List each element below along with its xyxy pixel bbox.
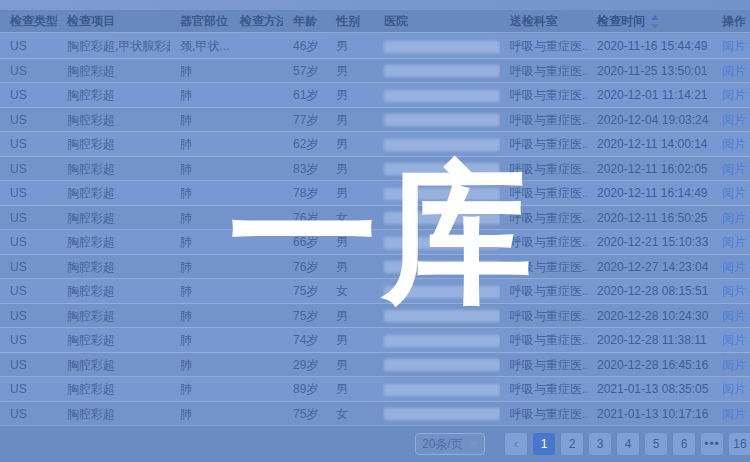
cell-hospital xyxy=(374,59,500,83)
prev-page-button[interactable]: ‹ xyxy=(505,433,527,455)
view-images-link[interactable]: 阅片 xyxy=(722,113,746,127)
page-button-1[interactable]: 1 xyxy=(533,433,555,455)
cell-action: 阅片 xyxy=(712,402,750,426)
cell-action: 阅片 xyxy=(712,181,750,205)
table-row: US胸腔彩超肺78岁男呼吸与重症医...2020-12-11 16:14:49阅… xyxy=(0,181,750,206)
cell-organ: 肺 xyxy=(170,108,230,132)
cell-exam-type: US xyxy=(0,132,57,156)
cell-exam-time: 2020-11-16 15:44:49 xyxy=(587,34,712,58)
cell-gender: 男 xyxy=(326,132,374,156)
redacted-hospital-name xyxy=(384,261,500,273)
cell-exam-item: 胸腔彩超 xyxy=(57,255,170,279)
view-images-link[interactable]: 阅片 xyxy=(722,64,746,78)
cell-department: 呼吸与重症医... xyxy=(500,377,587,401)
page-button-3[interactable]: 3 xyxy=(589,433,611,455)
cell-organ: 肺 xyxy=(170,157,230,181)
cell-hospital xyxy=(374,34,500,58)
cell-organ: 肺 xyxy=(170,353,230,377)
cell-exam-time: 2020-12-04 19:03:24 xyxy=(587,108,712,132)
view-images-link[interactable]: 阅片 xyxy=(722,39,746,53)
cell-action: 阅片 xyxy=(712,59,750,83)
redacted-hospital-name xyxy=(384,65,500,77)
cell-method xyxy=(230,108,283,132)
cell-organ: 颈,甲状... xyxy=(170,34,230,58)
view-images-link[interactable]: 阅片 xyxy=(722,309,746,323)
cell-organ: 肺 xyxy=(170,377,230,401)
view-images-link[interactable]: 阅片 xyxy=(722,88,746,102)
cell-age: 75岁 xyxy=(283,279,326,303)
cell-department: 呼吸与重症医... xyxy=(500,157,587,181)
sort-ascending-icon[interactable] xyxy=(649,15,659,29)
cell-exam-item: 胸腔彩超,甲状腺彩超 xyxy=(57,34,170,58)
cell-exam-time: 2020-12-11 16:50:25 xyxy=(587,206,712,230)
cell-organ: 肺 xyxy=(170,255,230,279)
view-images-link[interactable]: 阅片 xyxy=(722,137,746,151)
cell-hospital xyxy=(374,353,500,377)
cell-age: 66岁 xyxy=(283,230,326,254)
cell-exam-time: 2020-12-11 16:14:49 xyxy=(587,181,712,205)
view-images-link[interactable]: 阅片 xyxy=(722,260,746,274)
cell-hospital xyxy=(374,83,500,107)
redacted-hospital-name xyxy=(384,90,500,102)
page-size-select[interactable]: 20条/页 xyxy=(415,433,485,455)
col-header-gender: 性别 xyxy=(326,10,374,33)
cell-action: 阅片 xyxy=(712,230,750,254)
col-header-exam-item: 检查项目 xyxy=(57,10,170,33)
cell-method xyxy=(230,328,283,352)
cell-method xyxy=(230,34,283,58)
view-images-link[interactable]: 阅片 xyxy=(722,235,746,249)
more-pages-button[interactable]: ••• xyxy=(701,433,723,455)
view-images-link[interactable]: 阅片 xyxy=(722,284,746,298)
view-images-link[interactable]: 阅片 xyxy=(722,162,746,176)
cell-department: 呼吸与重症医... xyxy=(500,255,587,279)
cell-organ: 肺 xyxy=(170,132,230,156)
table-row: US胸腔彩超肺62岁男呼吸与重症医...2020-12-11 14:00:14阅… xyxy=(0,132,750,157)
cell-gender: 女 xyxy=(326,402,374,426)
cell-exam-type: US xyxy=(0,206,57,230)
redacted-hospital-name xyxy=(384,335,500,347)
page-button-16[interactable]: 16 xyxy=(729,433,750,455)
table-row: US胸腔彩超肺29岁男呼吸与重症医...2020-12-28 16:45:16阅… xyxy=(0,353,750,378)
cell-exam-time: 2020-12-27 14:23:04 xyxy=(587,255,712,279)
cell-gender: 男 xyxy=(326,255,374,279)
col-header-exam-type: 检查类型 xyxy=(0,10,57,33)
cell-exam-type: US xyxy=(0,181,57,205)
cell-gender: 男 xyxy=(326,353,374,377)
cell-age: 74岁 xyxy=(283,328,326,352)
view-images-link[interactable]: 阅片 xyxy=(722,333,746,347)
cell-organ: 肺 xyxy=(170,279,230,303)
table-row: US胸腔彩超肺89岁男呼吸与重症医...2021-01-13 08:35:05阅… xyxy=(0,377,750,402)
chevron-down-icon xyxy=(470,442,478,447)
cell-age: 76岁 xyxy=(283,206,326,230)
cell-method xyxy=(230,279,283,303)
cell-age: 29岁 xyxy=(283,353,326,377)
cell-department: 呼吸与重症医... xyxy=(500,230,587,254)
page-button-2[interactable]: 2 xyxy=(561,433,583,455)
cell-department: 呼吸与重症医... xyxy=(500,328,587,352)
cell-method xyxy=(230,255,283,279)
cell-method xyxy=(230,230,283,254)
cell-gender: 男 xyxy=(326,328,374,352)
page-button-6[interactable]: 6 xyxy=(673,433,695,455)
view-images-link[interactable]: 阅片 xyxy=(722,211,746,225)
cell-organ: 肺 xyxy=(170,402,230,426)
page-button-4[interactable]: 4 xyxy=(617,433,639,455)
redacted-hospital-name xyxy=(384,359,500,371)
cell-exam-item: 胸腔彩超 xyxy=(57,132,170,156)
cell-department: 呼吸与重症医... xyxy=(500,304,587,328)
cell-hospital xyxy=(374,108,500,132)
redacted-hospital-name xyxy=(384,384,500,396)
cell-exam-type: US xyxy=(0,279,57,303)
view-images-link[interactable]: 阅片 xyxy=(722,407,746,421)
col-header-action: 操作 xyxy=(712,10,750,33)
cell-method xyxy=(230,206,283,230)
col-header-exam-time[interactable]: 检查时间 xyxy=(587,10,712,33)
view-images-link[interactable]: 阅片 xyxy=(722,382,746,396)
cell-exam-time: 2021-01-13 10:17:16 xyxy=(587,402,712,426)
view-images-link[interactable]: 阅片 xyxy=(722,186,746,200)
cell-method xyxy=(230,83,283,107)
view-images-link[interactable]: 阅片 xyxy=(722,358,746,372)
page-button-5[interactable]: 5 xyxy=(645,433,667,455)
cell-exam-time: 2021-01-13 08:35:05 xyxy=(587,377,712,401)
cell-action: 阅片 xyxy=(712,108,750,132)
